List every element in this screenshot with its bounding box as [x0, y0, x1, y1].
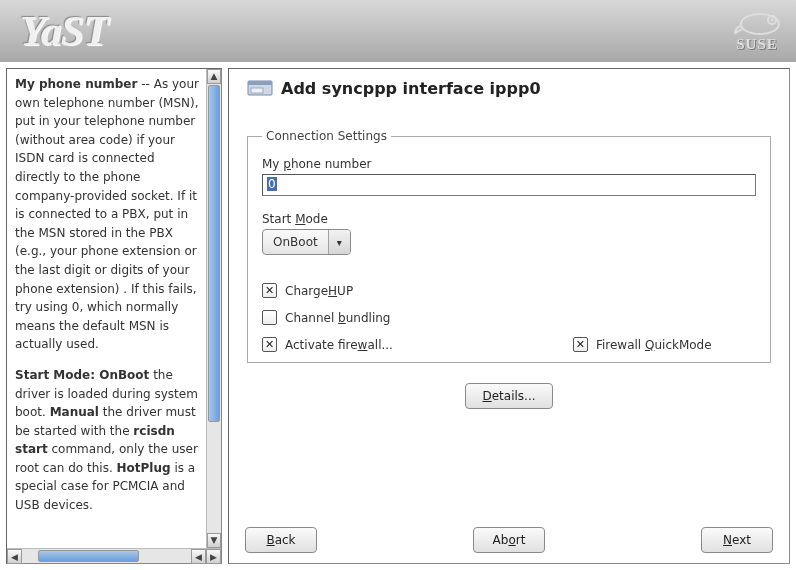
suse-brand-text: SUSE	[730, 36, 784, 53]
next-button[interactable]: Next	[701, 527, 773, 553]
svg-rect-5	[251, 88, 263, 93]
help-lead-2: Start Mode: OnBoot	[15, 368, 149, 382]
connection-settings-group: Connection Settings My phone number 0 St…	[247, 129, 771, 363]
chevron-down-icon: ▾	[328, 230, 350, 254]
startmode-dropdown[interactable]: OnBoot ▾	[262, 229, 351, 255]
scroll-right-button-2[interactable]: ▶	[206, 549, 221, 564]
abort-button[interactable]: Abort	[473, 527, 545, 553]
scroll-thumb-horizontal[interactable]	[38, 550, 139, 562]
app-header: YaST SUSE	[0, 0, 796, 62]
svg-rect-4	[248, 81, 272, 85]
bundling-label: Channel bundling	[285, 311, 390, 325]
phone-input[interactable]	[262, 174, 756, 196]
startmode-value: OnBoot	[263, 230, 328, 254]
scroll-up-button[interactable]: ▲	[207, 69, 221, 84]
yast-logo: YaST	[20, 7, 108, 55]
svg-point-2	[771, 19, 774, 22]
help-panel: My phone number -- As your own telephone…	[6, 68, 222, 564]
wizard-footer: Back Abort Next	[245, 527, 773, 553]
network-card-icon	[247, 77, 273, 99]
phone-label: My phone number	[262, 157, 756, 171]
startmode-label: Start Mode	[262, 212, 756, 226]
scroll-thumb-vertical[interactable]	[208, 85, 220, 422]
chargehup-checkbox[interactable]: ✕	[262, 283, 277, 298]
scroll-right-button-1[interactable]: ◀	[191, 549, 206, 564]
bundling-checkbox[interactable]	[262, 310, 277, 325]
chameleon-icon	[730, 6, 784, 36]
help-scrollbar-vertical[interactable]: ▲ ▼	[206, 69, 221, 548]
help-lead-1: My phone number	[15, 77, 137, 91]
firewall-label: Activate firewall...	[285, 338, 393, 352]
quickmode-label: Firewall QuickMode	[596, 338, 712, 352]
firewall-checkbox[interactable]: ✕	[262, 337, 277, 352]
help-text: My phone number -- As your own telephone…	[7, 69, 221, 548]
connection-settings-legend: Connection Settings	[262, 129, 391, 143]
main-panel: Add syncppp interface ippp0 Connection S…	[228, 68, 790, 564]
back-button[interactable]: Back	[245, 527, 317, 553]
help-scrollbar-horizontal[interactable]: ◀ ◀ ▶	[7, 548, 221, 563]
scroll-left-button[interactable]: ◀	[7, 549, 22, 564]
page-title: Add syncppp interface ippp0	[281, 79, 541, 98]
details-button[interactable]: Details...	[465, 383, 552, 409]
quickmode-checkbox[interactable]: ✕	[573, 337, 588, 352]
chargehup-label: ChargeHUP	[285, 284, 353, 298]
help-body-1: -- As your own telephone number (MSN), p…	[15, 77, 199, 351]
suse-logo: SUSE	[730, 6, 784, 53]
scroll-down-button[interactable]: ▼	[207, 533, 221, 548]
